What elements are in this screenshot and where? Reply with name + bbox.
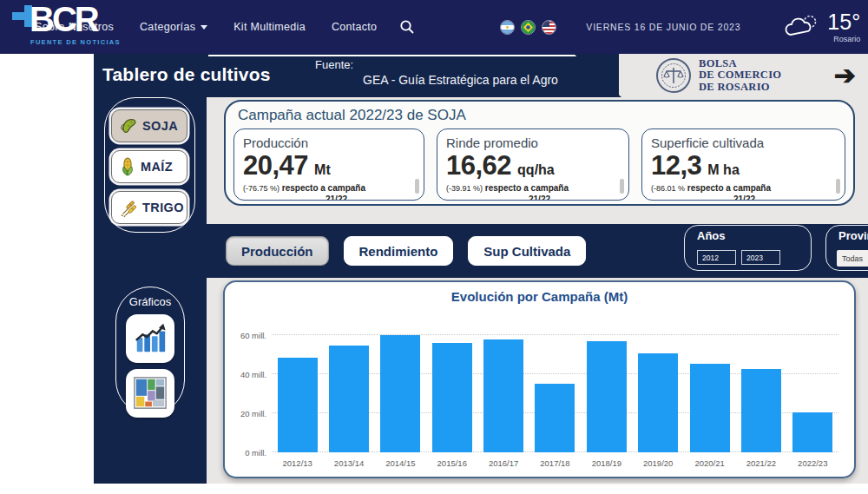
stat-unit: Mt: [314, 162, 331, 178]
page-title: Tablero de cultivos: [102, 64, 271, 85]
source-label: Fuente:: [315, 58, 558, 71]
card-scrollbar[interactable]: [620, 179, 624, 194]
bar-2018/19[interactable]: [587, 341, 627, 452]
header-date: VIERNES 16 DE JUNIO DE 2023: [586, 22, 740, 32]
bar-slot: [375, 315, 426, 452]
bar-2016/17[interactable]: [483, 339, 523, 452]
crop-label: TRIGO: [142, 201, 184, 214]
bar-slot: [323, 315, 374, 452]
bar-2019/20[interactable]: [638, 353, 678, 452]
bar-slot: [529, 315, 581, 452]
year-to-input[interactable]: [741, 250, 780, 265]
nav-item-categorias[interactable]: Categorías: [140, 21, 207, 33]
crop-button-trigo[interactable]: TRIGO: [111, 191, 187, 224]
nav-item-contacto[interactable]: Contacto: [332, 21, 377, 33]
bar-2021/22[interactable]: [741, 369, 781, 452]
org-name: BOLSA DE COMERCIO DE ROSARIO: [699, 58, 781, 94]
stat-label: Superficie cultivada: [651, 135, 836, 150]
bars-container: [272, 315, 838, 452]
provinces-selected-value: Todas: [842, 254, 868, 263]
treemap-icon: [132, 375, 168, 412]
org-area: BOLSA DE COMERCIO DE ROSARIO ➔: [619, 54, 868, 97]
forward-arrow-button[interactable]: ➔: [834, 63, 856, 89]
chart-plot: 0 mill.20 mill.40 mill.60 mill.: [233, 315, 840, 452]
stat-delta: (-86.01 % respecto a campaña: [651, 183, 836, 193]
crop-selector: SOJA MAÍZ: [104, 97, 195, 233]
bar-slot: [426, 315, 477, 452]
bar-2020/21[interactable]: [690, 364, 730, 452]
years-label: Años: [697, 229, 726, 242]
summary-container: Campaña actual 2022/23 de SOJA Producció…: [224, 100, 855, 206]
stat-delta: (-76.75 %) respecto a campaña: [243, 183, 415, 193]
crop-button-maiz[interactable]: MAÍZ: [111, 150, 187, 183]
bar-slot: [477, 315, 529, 452]
delta-pct: (-76.75 %): [243, 184, 279, 193]
stat-card-rinde: Rinde promedio 16,62 qq/ha (-39.91 %) re…: [437, 128, 629, 201]
org-line: DE ROSARIO: [699, 82, 781, 94]
nav-item-kit-multimedia[interactable]: Kit Multimedia: [233, 21, 306, 33]
dashboard-header: BOLSA DE COMERCIO DE ROSARIO ➔ Fuente: G…: [94, 54, 868, 97]
crop-label: MAÍZ: [141, 160, 173, 174]
bar-2014/15[interactable]: [380, 335, 420, 452]
provinces-label: Provincias: [838, 229, 868, 242]
org-line: DE COMERCIO: [699, 69, 781, 82]
x-axis-tick-label: 2014/15: [375, 458, 426, 470]
flag-argentina-icon[interactable]: [500, 20, 515, 35]
search-icon[interactable]: [399, 19, 415, 35]
x-axis-tick-label: 2012/13: [272, 458, 323, 470]
weather-temp: 15°: [827, 11, 860, 33]
flag-brazil-icon[interactable]: [521, 20, 536, 35]
bar-2015/16[interactable]: [432, 343, 472, 452]
bar-2022/23[interactable]: [792, 412, 832, 452]
logo-tagline: FUENTE DE NOTICIAS: [30, 38, 121, 46]
stat-delta-line2: 21/22: [326, 194, 415, 201]
flag-usa-icon[interactable]: [542, 20, 556, 35]
card-scrollbar[interactable]: [836, 179, 840, 194]
stat-delta-line2: 21/22: [529, 194, 620, 201]
site-header: BCR FUENTE DE NOTICIAS Sobre Nosotros Ca…: [0, 0, 868, 54]
stat-delta-line2: 21/22: [733, 194, 836, 201]
summary-title: Campaña actual 2022/23 de SOJA: [238, 107, 466, 124]
corn-icon: [119, 157, 136, 176]
bar-2017/18[interactable]: [535, 384, 575, 452]
source-value: GEA - Guía Estratégica para el Agro: [363, 73, 558, 87]
stat-value: 20,47: [243, 152, 308, 179]
delta-text: respecto a campaña: [485, 183, 569, 193]
bar-2012/13[interactable]: [278, 358, 318, 452]
delta-text: respecto a campaña: [687, 183, 771, 193]
charts-selector: Gráficos: [115, 287, 185, 415]
logo-text: BCR: [30, 0, 97, 39]
charts-label: Gráficos: [116, 295, 184, 308]
chevron-down-icon: [201, 25, 207, 30]
bar-2013/14[interactable]: [329, 346, 369, 452]
stat-label: Rinde promedio: [446, 135, 620, 150]
card-scrollbar[interactable]: [415, 179, 419, 194]
x-axis-tick-label: 2013/14: [323, 458, 374, 470]
crop-button-soja[interactable]: SOJA: [111, 109, 187, 142]
provinces-dropdown[interactable]: Todas: [837, 250, 868, 267]
nav-label: Kit Multimedia: [233, 21, 306, 33]
x-axis-tick-label: 2021/22: [735, 458, 786, 470]
x-axis-tick-label: 2017/18: [529, 458, 581, 470]
tab-produccion[interactable]: Producción: [226, 236, 329, 266]
year-from-input[interactable]: [697, 250, 736, 265]
bar-slot: [581, 315, 632, 452]
bar-chart-view-button[interactable]: [126, 314, 174, 363]
chart-title: Evolución por Campaña (Mt): [225, 289, 854, 304]
y-axis-tick-label: 20 mill.: [233, 408, 266, 418]
stat-delta: (-39.91 %) respecto a campaña: [446, 183, 620, 193]
weather-widget: 15° Rosario: [784, 11, 860, 43]
treemap-view-button[interactable]: [126, 369, 174, 418]
stat-value: 12,3: [651, 152, 701, 179]
years-filter: Años: [684, 225, 812, 271]
stat-card-produccion: Producción 20,47 Mt (-76.75 %) respecto …: [233, 128, 424, 201]
tab-rendimiento[interactable]: Rendimiento: [344, 236, 454, 266]
nav-label: Categorías: [140, 21, 195, 33]
provinces-filter: Provincias Todas: [825, 225, 868, 271]
stat-label: Producción: [243, 135, 415, 150]
bar-slot: [633, 315, 684, 452]
bar-slot: [684, 315, 735, 452]
y-axis-tick-label: 0 mill.: [233, 448, 266, 458]
cloud-icon: [784, 14, 820, 40]
tab-sup-cultivada[interactable]: Sup Cultivada: [468, 236, 586, 266]
